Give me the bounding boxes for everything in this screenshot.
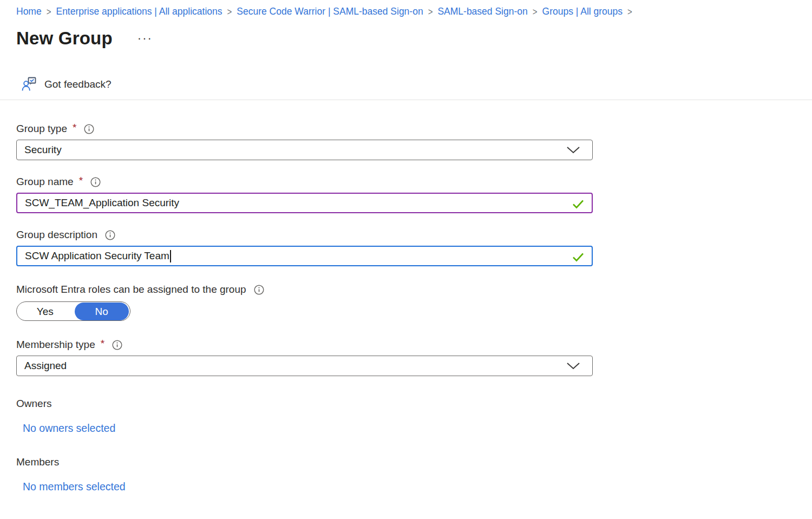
info-icon[interactable] — [254, 285, 264, 295]
group-type-select[interactable]: Security — [16, 140, 593, 160]
entra-roles-toggle: Yes No — [16, 301, 130, 321]
members-section: Members No members selected — [16, 456, 812, 493]
got-feedback-button[interactable]: Got feedback? — [22, 77, 112, 91]
breadcrumb-separator-icon: > — [533, 6, 538, 17]
info-icon[interactable] — [84, 124, 94, 134]
group-description-value: SCW Application Security Team — [25, 250, 169, 262]
toggle-option-yes[interactable]: Yes — [18, 303, 73, 320]
group-description-input[interactable]: SCW Application Security Team — [16, 246, 593, 266]
info-icon[interactable] — [90, 177, 101, 187]
info-icon[interactable] — [112, 340, 122, 350]
members-label: Members — [16, 456, 812, 468]
breadcrumb: Home > Enterprise applications | All app… — [0, 0, 812, 17]
required-marker: * — [73, 122, 76, 134]
required-marker: * — [79, 175, 83, 187]
group-description-field: Group description SCW Application Securi… — [16, 229, 812, 266]
breadcrumb-enterprise-applications[interactable]: Enterprise applications | All applicatio… — [56, 6, 222, 17]
membership-type-label: Membership type — [16, 339, 95, 351]
breadcrumb-separator-icon: > — [627, 6, 632, 17]
valid-check-icon — [572, 199, 585, 212]
got-feedback-label: Got feedback? — [44, 78, 112, 90]
toggle-option-no[interactable]: No — [75, 303, 129, 320]
entra-roles-label: Microsoft Entra roles can be assigned to… — [16, 284, 246, 295]
command-bar: Got feedback? — [0, 77, 812, 100]
breadcrumb-separator-icon: > — [47, 6, 51, 17]
group-name-input[interactable]: SCW_TEAM_Application Security — [16, 193, 593, 213]
owners-section: Owners No owners selected — [16, 398, 812, 435]
text-cursor — [170, 250, 171, 262]
owners-label: Owners — [16, 398, 812, 410]
group-name-label: Group name — [16, 176, 74, 188]
page-header: New Group ··· — [16, 28, 812, 49]
group-type-label: Group type — [16, 123, 67, 135]
breadcrumb-saml-sign-on[interactable]: SAML-based Sign-on — [437, 6, 527, 17]
breadcrumb-secure-code-warrior[interactable]: Secure Code Warrior | SAML-based Sign-on — [237, 6, 423, 17]
membership-type-field: Membership type * Assigned — [16, 339, 812, 376]
new-group-form: Group type * Security Group name * SCW_T… — [0, 123, 812, 493]
breadcrumb-home[interactable]: Home — [16, 6, 42, 17]
group-name-value: SCW_TEAM_Application Security — [25, 197, 179, 209]
info-icon[interactable] — [105, 230, 115, 240]
group-description-label: Group description — [16, 229, 97, 241]
valid-check-icon — [572, 252, 585, 265]
feedback-icon — [22, 77, 37, 91]
group-type-value: Security — [24, 144, 62, 156]
chevron-down-icon — [566, 146, 580, 154]
group-type-field: Group type * Security — [16, 123, 812, 160]
membership-type-value: Assigned — [24, 360, 67, 372]
more-options-button[interactable]: ··· — [135, 35, 155, 42]
select-members-link[interactable]: No members selected — [23, 481, 126, 493]
breadcrumb-groups[interactable]: Groups | All groups — [542, 6, 623, 17]
chevron-down-icon — [566, 362, 580, 370]
breadcrumb-separator-icon: > — [227, 6, 232, 17]
group-name-field: Group name * SCW_TEAM_Application Securi… — [16, 176, 812, 213]
entra-roles-field: Microsoft Entra roles can be assigned to… — [16, 284, 812, 321]
page-title: New Group — [16, 28, 113, 49]
breadcrumb-separator-icon: > — [428, 6, 433, 17]
required-marker: * — [101, 338, 104, 350]
membership-type-select[interactable]: Assigned — [16, 356, 593, 376]
select-owners-link[interactable]: No owners selected — [23, 422, 115, 435]
